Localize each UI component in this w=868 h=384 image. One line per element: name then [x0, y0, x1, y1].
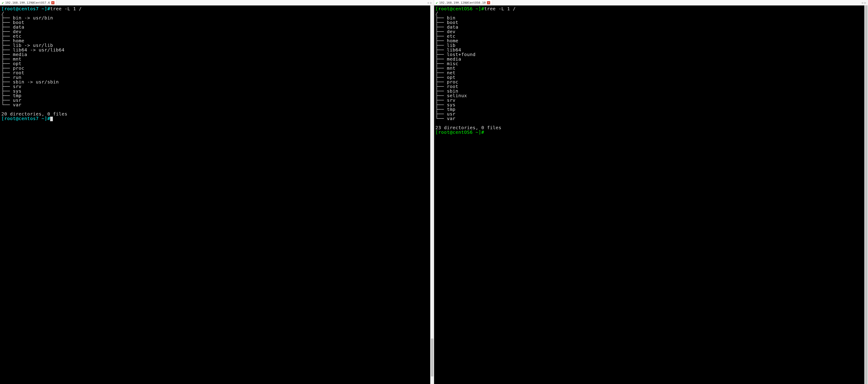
tree-entry: ├── root [435, 84, 863, 89]
tree-entry: ├── mnt [1, 57, 429, 61]
command-text: tree -L 1 / [484, 6, 516, 11]
tree-entry: ├── opt [435, 75, 863, 79]
tab-right[interactable]: ✔ 192.168.190.128@CentOS6.10 × [434, 0, 493, 5]
connected-icon: ✔ [2, 1, 4, 4]
tree-entry: ├── data [1, 25, 429, 29]
scroll-thumb-right[interactable] [865, 5, 868, 384]
prompt: [root@centOS6 ~]# [435, 129, 484, 135]
tree-entry: ├── selinux [435, 93, 863, 98]
tab-prev-icon[interactable]: ◁ [427, 1, 429, 4]
tree-entry: ├── media [1, 52, 429, 57]
tree-entry: ├── root [1, 70, 429, 75]
tree-entry: ├── etc [435, 34, 863, 38]
tree-entry: ├── srv [1, 84, 429, 89]
scroll-thumb-left[interactable] [431, 339, 433, 377]
tree-entry: ├── boot [1, 20, 429, 25]
tree-entry: ├── dev [435, 29, 863, 34]
prompt: [root@centOS6 ~]# [435, 6, 484, 11]
tree-entry: ├── net [435, 70, 863, 75]
tree-entry: ├── proc [1, 66, 429, 70]
tree-entry: └── var [435, 116, 863, 121]
tree-root: / [1, 11, 429, 15]
tree-entry: ├── tmp [1, 93, 429, 98]
tab-nav-arrows: ◁ ▷ [427, 1, 434, 4]
tree-summary: 23 directories, 0 files [435, 125, 863, 130]
cursor [50, 117, 53, 121]
tree-entry: ├── usr [1, 98, 429, 102]
tab-next-icon[interactable]: ▷ [864, 1, 867, 4]
tree-entry: ├── etc [1, 34, 429, 38]
close-icon[interactable]: × [51, 1, 55, 4]
tree-entry: ├── home [1, 38, 429, 43]
tree-entry: ├── lib [435, 43, 863, 47]
tree-entry: ├── lost+found [435, 52, 863, 57]
terminal-left[interactable]: [root@centos7 ~]#tree -L 1 //├── bin -> … [0, 5, 430, 384]
tree-summary: 20 directories, 0 files [1, 111, 429, 116]
tab-nav-arrows: ◁ ▷ [861, 1, 868, 4]
scrollbar-right[interactable] [864, 5, 868, 384]
tree-entry: ├── dev [1, 29, 429, 34]
terminal-wrap-left: [root@centos7 ~]#tree -L 1 //├── bin -> … [0, 5, 434, 384]
tree-entry: ├── misc [435, 61, 863, 66]
prompt: [root@centos7 ~]# [1, 116, 50, 121]
tree-entry: ├── lib64 -> usr/lib64 [1, 47, 429, 52]
tree-entry: ├── boot [435, 20, 863, 25]
connected-icon: ✔ [436, 1, 438, 4]
tree-entry: ├── sys [435, 102, 863, 107]
pane-left: ✔ 192.168.190.129@CentOS7.6 × ◁ ▷ [root@… [0, 0, 434, 384]
tab-title: 192.168.190.128@CentOS6.10 [439, 1, 486, 4]
tree-entry: ├── bin [435, 15, 863, 20]
tree-entry: ├── tmp [435, 107, 863, 111]
command-text: tree -L 1 / [50, 6, 82, 11]
tree-entry: ├── opt [1, 61, 429, 66]
close-icon[interactable]: × [487, 1, 490, 4]
scrollbar-left[interactable] [430, 5, 434, 384]
tree-entry: ├── bin -> usr/bin [1, 15, 429, 20]
tab-next-icon[interactable]: ▷ [430, 1, 432, 4]
tree-entry: ├── mnt [435, 66, 863, 70]
tree-entry: ├── run [1, 75, 429, 79]
tree-entry: ├── sbin [435, 89, 863, 93]
tree-entry: ├── proc [435, 79, 863, 84]
tab-left[interactable]: ✔ 192.168.190.129@CentOS7.6 × [0, 0, 57, 5]
tree-entry: ├── data [435, 25, 863, 29]
pane-right: ✔ 192.168.190.128@CentOS6.10 × ◁ ▷ [root… [434, 0, 868, 384]
tab-title: 192.168.190.129@CentOS7.6 [5, 1, 50, 4]
prompt: [root@centos7 ~]# [1, 6, 50, 11]
tree-entry: ├── lib -> usr/lib [1, 43, 429, 47]
tree-entry: ├── usr [435, 111, 863, 116]
tabbar-left: ✔ 192.168.190.129@CentOS7.6 × ◁ ▷ [0, 0, 434, 5]
tree-entry: ├── srv [435, 98, 863, 102]
tree-entry: ├── sbin -> usr/sbin [1, 79, 429, 84]
tree-entry: ├── sys [1, 89, 429, 93]
tree-entry: ├── home [435, 38, 863, 43]
tabbar-right: ✔ 192.168.190.128@CentOS6.10 × ◁ ▷ [434, 0, 868, 5]
workspace: ✔ 192.168.190.129@CentOS7.6 × ◁ ▷ [root@… [0, 0, 868, 384]
tree-root: / [435, 11, 863, 15]
tree-entry: ├── lib64 [435, 47, 863, 52]
blank-line [1, 107, 429, 111]
terminal-wrap-right: [root@centOS6 ~]#tree -L 1 //├── bin├── … [434, 5, 868, 384]
tree-entry: ├── media [435, 57, 863, 61]
blank-line [435, 121, 863, 125]
terminal-right[interactable]: [root@centOS6 ~]#tree -L 1 //├── bin├── … [434, 5, 865, 384]
tree-entry: └── var [1, 102, 429, 107]
tab-prev-icon[interactable]: ◁ [861, 1, 864, 4]
